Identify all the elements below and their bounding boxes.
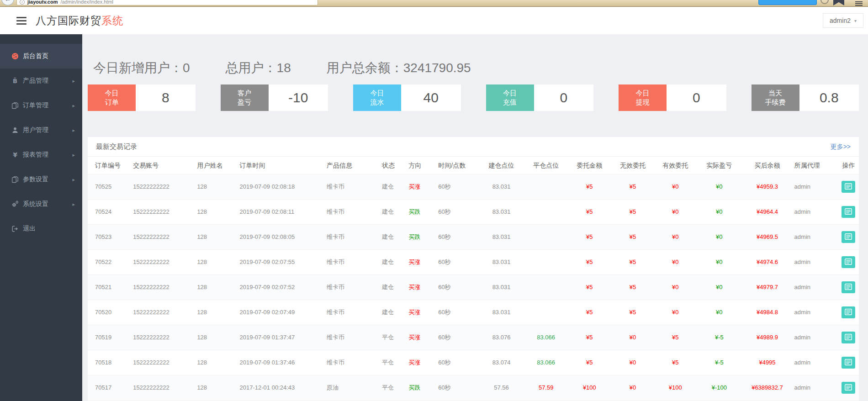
cell: 60秒 (436, 325, 478, 350)
row-action-button[interactable] (842, 181, 855, 193)
hamburger-icon[interactable] (16, 15, 26, 26)
cell: 128 (195, 300, 238, 325)
copy-icon (11, 176, 19, 183)
cell: ¥5 (611, 250, 654, 275)
list-icon (845, 208, 852, 216)
username: admin2 (830, 17, 851, 24)
chevron-down-icon: ▾ (854, 18, 857, 23)
cell: 买跌 (407, 225, 436, 250)
cell: 70524 (88, 200, 131, 225)
cell: ¥0 (611, 375, 654, 401)
sidebar-item-reports[interactable]: ¥报表管理▸ (0, 142, 82, 167)
card-label: 今日提现 (619, 84, 667, 111)
yen-icon: ¥ (11, 151, 19, 158)
cell: ¥0 (654, 300, 696, 325)
sidebar-item-label: 订单管理 (23, 101, 48, 110)
cell: ¥5 (568, 350, 611, 375)
chevron-right-icon: ▸ (72, 177, 75, 183)
sidebar-item-params[interactable]: 参数设置▸ (0, 167, 82, 192)
row-action-button[interactable] (842, 382, 855, 394)
cell: 15222222222 (131, 225, 195, 250)
cell: 2017-12-01 00:24:43 (238, 375, 325, 401)
cell: admin (793, 300, 838, 325)
cell: ¥5 (611, 200, 654, 225)
row-action-button[interactable] (842, 306, 855, 318)
cell: 128 (195, 200, 238, 225)
app-title-accent: 系统 (101, 15, 123, 26)
address-bar[interactable]: i jiayoutv.com/admin/index/index.html (16, 0, 318, 5)
row-action-button[interactable] (842, 231, 855, 243)
sidebar-item-dashboard[interactable]: 后台首页 (0, 44, 82, 69)
cell: ¥5 (654, 350, 696, 375)
cell (524, 174, 568, 200)
sidebar-item-users[interactable]: 用户管理▸ (0, 118, 82, 142)
cell: 128 (195, 275, 238, 300)
cell: 买涨 (407, 300, 436, 325)
card-label: 今日流水 (353, 84, 401, 111)
browser-chrome: ← i jiayoutv.com/admin/index/index.html (0, 0, 868, 7)
cell: 57.59 (524, 375, 568, 401)
column-header: 订单编号 (88, 157, 131, 174)
cell: admin (793, 275, 838, 300)
cell: ¥0 (696, 225, 742, 250)
sidebar: 后台首页B产品管理▸订单管理▸用户管理▸¥报表管理▸参数设置▸系统设置▸退出 (0, 34, 82, 401)
cell: 60秒 (436, 200, 478, 225)
stat-card-today-withdraw: 今日提现0 (619, 84, 726, 111)
app-header: 八方国际财贸系统 admin2 ▾ (0, 7, 868, 34)
cell: 15222222222 (131, 350, 195, 375)
bitcoin-icon: B (11, 77, 19, 84)
row-action-button[interactable] (842, 206, 855, 218)
column-header: 操作 (838, 157, 859, 174)
cell: 128 (195, 174, 238, 200)
cell: ¥4995 (742, 350, 792, 375)
sidebar-item-products[interactable]: B产品管理▸ (0, 69, 82, 93)
chevron-right-icon: ▸ (72, 127, 75, 133)
column-header: 委托金额 (568, 157, 611, 174)
sidebar-item-system[interactable]: 系统设置▸ (0, 192, 82, 216)
stat-cards: 今日订单8客户盈亏-10今日流水40今日充值0今日提现0当天手续费0.8 (88, 84, 859, 111)
row-action-button[interactable] (842, 332, 855, 343)
browser-action-button[interactable] (758, 0, 817, 5)
card-label: 客户盈亏 (221, 84, 269, 111)
stat-new-users-today: 今日新增用户：0 (93, 59, 190, 77)
panel-title: 最新交易记录 (96, 142, 137, 151)
column-header: 交易账号 (131, 157, 195, 174)
cell: 70518 (88, 350, 131, 375)
cell: 83.074 (478, 350, 524, 375)
column-header: 时间/点数 (436, 157, 478, 174)
cell: 15222222222 (131, 174, 195, 200)
row-action-button[interactable] (842, 281, 855, 293)
row-action-button[interactable] (842, 256, 855, 268)
cell: 建仓 (380, 300, 407, 325)
browser-menu-icon[interactable] (855, 0, 863, 7)
cell: ¥0 (654, 275, 696, 300)
cell: ¥0 (696, 275, 742, 300)
column-header: 平仓点位 (524, 157, 568, 174)
cell: ¥5 (568, 325, 611, 350)
user-menu[interactable]: admin2 ▾ (823, 13, 863, 28)
table-row: 70522152222222221282019-07-09 02:07:55维卡… (88, 250, 859, 275)
more-link[interactable]: 更多>> (831, 143, 851, 151)
browser-bookmark-icon[interactable] (833, 0, 844, 5)
reload-icon[interactable] (820, 0, 829, 4)
cell: ¥0 (611, 350, 654, 375)
stat-card-customer-pnl: 客户盈亏-10 (221, 84, 328, 111)
cell: 128 (195, 325, 238, 350)
cell: ¥4974.6 (742, 250, 792, 275)
site-info-icon[interactable]: i (20, 0, 25, 5)
sidebar-item-logout[interactable]: 退出 (0, 216, 82, 241)
cell: 维卡币 (325, 225, 380, 250)
cell-action (838, 174, 859, 200)
column-header: 订单时间 (238, 157, 325, 174)
cell: 15222222222 (131, 250, 195, 275)
cell: 维卡币 (325, 350, 380, 375)
cell (524, 300, 568, 325)
browser-back-button[interactable]: ← (1, 0, 14, 5)
cell: 买涨 (407, 275, 436, 300)
sidebar-item-orders[interactable]: 订单管理▸ (0, 93, 82, 118)
stat-card-today-deposit: 今日充值0 (486, 84, 594, 111)
row-action-button[interactable] (842, 357, 855, 369)
cell: 15222222222 (131, 275, 195, 300)
cell: 70521 (88, 275, 131, 300)
card-label: 当天手续费 (752, 84, 799, 111)
